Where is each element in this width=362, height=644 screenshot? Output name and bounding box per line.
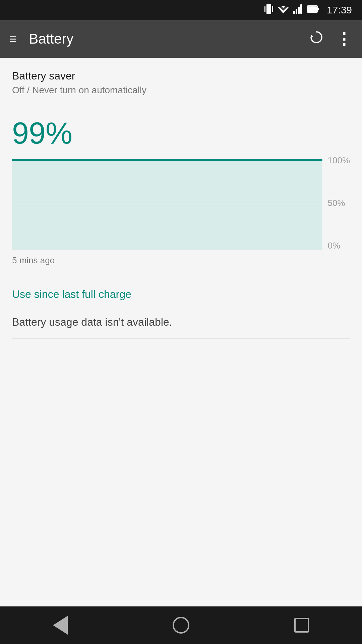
refresh-icon[interactable]	[309, 30, 324, 48]
chart-time-ago: 5 mins ago	[0, 250, 362, 276]
usage-divider	[12, 338, 350, 339]
signal-icon	[293, 4, 303, 16]
svg-rect-2	[266, 4, 271, 14]
status-time: 17:39	[327, 4, 352, 16]
home-circle-icon	[173, 617, 189, 634]
status-bar: 17:39	[0, 0, 362, 20]
battery-chart-svg	[12, 156, 322, 250]
battery-status-icon	[307, 5, 319, 16]
svg-rect-0	[264, 6, 265, 12]
svg-rect-7	[296, 9, 297, 14]
svg-rect-6	[293, 11, 295, 14]
svg-rect-17	[12, 160, 322, 250]
battery-chart	[12, 156, 322, 250]
back-triangle-icon	[53, 616, 68, 635]
battery-chart-container: 100% 50% 0%	[0, 156, 362, 250]
vibrate-icon	[264, 4, 273, 16]
use-since-link[interactable]: Use since last full charge	[12, 288, 131, 300]
battery-usage-text: Battery usage data isn't available.	[12, 316, 350, 328]
chart-label-100: 100%	[328, 156, 350, 165]
back-button[interactable]	[47, 612, 74, 639]
page-title: Battery	[29, 31, 309, 47]
battery-percentage-value: 99%	[12, 116, 350, 151]
use-since-section[interactable]: Use since last full charge	[0, 276, 362, 313]
svg-rect-9	[300, 4, 302, 14]
battery-saver-section[interactable]: Battery saver Off / Never turn on automa…	[0, 58, 362, 106]
home-button[interactable]	[168, 612, 194, 639]
menu-icon[interactable]: ≡	[9, 32, 17, 46]
battery-saver-title: Battery saver	[12, 70, 350, 82]
recents-square-icon	[294, 618, 309, 633]
chart-y-labels: 100% 50% 0%	[322, 156, 350, 250]
status-icons: 17:39	[264, 4, 352, 16]
chart-label-50: 50%	[328, 199, 350, 207]
app-bar-actions: ⋮	[309, 30, 353, 48]
chart-wrapper: 100% 50% 0%	[12, 156, 350, 250]
svg-rect-1	[272, 6, 273, 12]
app-bar: ≡ Battery ⋮	[0, 20, 362, 58]
nav-bar	[0, 606, 362, 644]
wifi-icon	[278, 5, 289, 16]
recents-button[interactable]	[288, 612, 315, 639]
svg-rect-12	[308, 6, 317, 12]
battery-usage-section: Battery usage data isn't available.	[0, 313, 362, 351]
svg-rect-8	[298, 7, 300, 14]
more-options-icon[interactable]: ⋮	[336, 30, 353, 48]
content-area: Battery saver Off / Never turn on automa…	[0, 58, 362, 606]
chart-label-0: 0%	[328, 241, 350, 250]
svg-marker-13	[311, 35, 314, 37]
battery-percentage-section: 99%	[0, 106, 362, 151]
battery-saver-subtitle: Off / Never turn on automatically	[12, 85, 350, 96]
svg-rect-11	[317, 8, 319, 10]
